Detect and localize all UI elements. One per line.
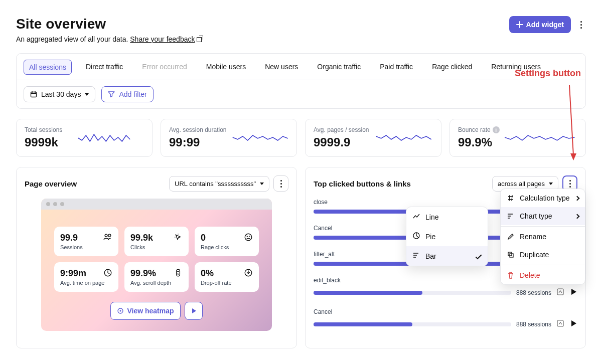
- chevron-right-icon: [575, 196, 580, 201]
- add-widget-button[interactable]: Add widget: [509, 16, 571, 33]
- calendar-icon: [30, 91, 37, 98]
- tab-new-users[interactable]: New users: [260, 60, 303, 80]
- mini-value: 99.9: [60, 233, 78, 243]
- info-icon[interactable]: i: [493, 126, 500, 133]
- mini-label: Avg. time on page: [60, 280, 112, 286]
- mini-label: Drop-off rate: [201, 280, 253, 286]
- svg-point-10: [120, 310, 121, 312]
- chart-type-option-bar[interactable]: Bar: [406, 246, 488, 266]
- caret-down-icon: [549, 183, 553, 185]
- expand-icon[interactable]: [556, 319, 564, 329]
- mini-value: 0: [201, 233, 206, 243]
- menu-calculation-type-label: Calculation type: [520, 194, 570, 202]
- bar-sessions-count: 888 sessions: [516, 321, 551, 328]
- download-icon: [244, 268, 253, 279]
- share-feedback-link[interactable]: Share your feedback: [130, 35, 202, 43]
- date-range-select[interactable]: Last 30 days: [24, 86, 95, 102]
- play-icon: [191, 308, 197, 314]
- bar-track: [314, 291, 511, 295]
- users-icon: [103, 233, 112, 244]
- sparkline: [505, 130, 577, 145]
- metric-label: Avg. pages / session: [314, 126, 369, 133]
- menu-duplicate-label: Duplicate: [520, 251, 549, 259]
- annotation-label: Settings button: [515, 68, 581, 79]
- chart-type-option-line[interactable]: Line: [406, 207, 488, 227]
- mini-label: Clicks: [130, 244, 183, 250]
- menu-divider: [501, 226, 585, 227]
- subtitle-text: An aggregated view of all your data.: [16, 35, 130, 43]
- mini-card-rage-clicks: 0Rage clicks: [195, 227, 259, 256]
- play-icon[interactable]: [569, 319, 577, 329]
- sparkline: [374, 130, 433, 145]
- svg-rect-12: [557, 320, 563, 326]
- bar-item: Cancel 888 sessions: [314, 308, 577, 329]
- page-overview-filter-select[interactable]: URL contains "sssssssssss": [169, 176, 269, 192]
- bar-chart-icon: [507, 212, 515, 220]
- duplicate-icon: [507, 251, 515, 259]
- page-subtitle: An aggregated view of all your data. Sha…: [16, 35, 202, 43]
- menu-chart-type[interactable]: Chart type: [501, 207, 585, 225]
- page-overview-filter-label: URL contains "sssssssssss": [175, 180, 256, 188]
- expand-icon[interactable]: [556, 288, 564, 297]
- bar-fill: [314, 322, 412, 326]
- tab-organic-traffic[interactable]: Organic traffic: [312, 60, 366, 80]
- top-clicked-scope-label: across all pages: [498, 180, 545, 188]
- metric-label: Bounce ratei: [458, 126, 500, 133]
- menu-divider: [501, 265, 585, 265]
- mini-value: 99.9%: [130, 268, 156, 279]
- caret-down-icon: [260, 183, 264, 185]
- tab-paid-traffic[interactable]: Paid traffic: [375, 60, 418, 80]
- bar-chart-icon: [412, 251, 420, 261]
- metric-card-bounce-rate: Bounce ratei 99.9%: [449, 119, 586, 157]
- filter-icon: [108, 91, 115, 98]
- view-heatmap-button[interactable]: View heatmap: [110, 302, 180, 320]
- play-heatmap-button[interactable]: [185, 302, 203, 320]
- page-overview-card: Page overview URL contains "sssssssssss"…: [16, 167, 297, 348]
- add-widget-label: Add widget: [526, 21, 564, 29]
- browser-mock: 99.9Sessions99.9kClicks0Rage clicks9:99m…: [41, 199, 272, 331]
- svg-point-4: [108, 234, 111, 237]
- page-overview-title: Page overview: [25, 179, 77, 188]
- menu-calculation-type[interactable]: Calculation type: [501, 189, 585, 207]
- metric-value: 9999.9: [314, 135, 369, 149]
- browser-chrome: [41, 199, 272, 210]
- settings-menu: Calculation type Chart type Rename: [500, 189, 585, 285]
- mini-card-sessions: 99.9Sessions: [54, 227, 118, 256]
- mini-value: 9:99m: [60, 268, 86, 279]
- page-more-button[interactable]: [576, 19, 586, 31]
- bar-sessions-count: 888 sessions: [516, 289, 551, 296]
- metric-value: 99:99: [169, 135, 227, 149]
- play-icon[interactable]: [569, 288, 577, 297]
- bar-fill: [314, 291, 422, 295]
- mini-label: Sessions: [60, 244, 112, 250]
- plus-icon: [516, 21, 523, 28]
- tab-mobile-users[interactable]: Mobile users: [201, 60, 251, 80]
- metric-value: 9999k: [25, 135, 62, 149]
- mini-card-clicks: 99.9kClicks: [124, 227, 189, 256]
- page-overview-more-button[interactable]: [273, 175, 288, 192]
- tab-rage-clicked[interactable]: Rage clicked: [427, 60, 477, 80]
- menu-duplicate[interactable]: Duplicate: [501, 246, 585, 264]
- menu-delete-label: Delete: [520, 271, 540, 279]
- mini-label: Rage clicks: [201, 244, 253, 250]
- svg-point-5: [245, 234, 252, 241]
- add-filter-label: Add filter: [119, 90, 146, 98]
- tab-error-occurred: Error occurred: [137, 60, 192, 80]
- tab-all-sessions[interactable]: All sessions: [24, 60, 72, 75]
- hash-icon: [507, 194, 515, 202]
- menu-rename[interactable]: Rename: [501, 228, 585, 246]
- metric-card-avg-pages-session: Avg. pages / session 9999.9: [305, 119, 441, 157]
- add-filter-button[interactable]: Add filter: [101, 86, 153, 102]
- menu-delete[interactable]: Delete: [501, 266, 585, 284]
- chart-type-option-label: Line: [425, 213, 438, 221]
- clock-icon: [103, 268, 112, 279]
- chart-type-option-pie[interactable]: Pie: [406, 227, 488, 246]
- sparkline: [232, 130, 288, 145]
- view-heatmap-label: View heatmap: [127, 307, 174, 315]
- tab-direct-traffic[interactable]: Direct traffic: [81, 60, 128, 80]
- chart-type-option-label: Bar: [425, 252, 436, 260]
- metric-card-avg-session-duration: Avg. session duration 99:99: [161, 119, 297, 157]
- metric-label: Avg. session duration: [169, 126, 227, 133]
- sparkline: [67, 130, 144, 145]
- menu-chart-type-label: Chart type: [520, 212, 552, 220]
